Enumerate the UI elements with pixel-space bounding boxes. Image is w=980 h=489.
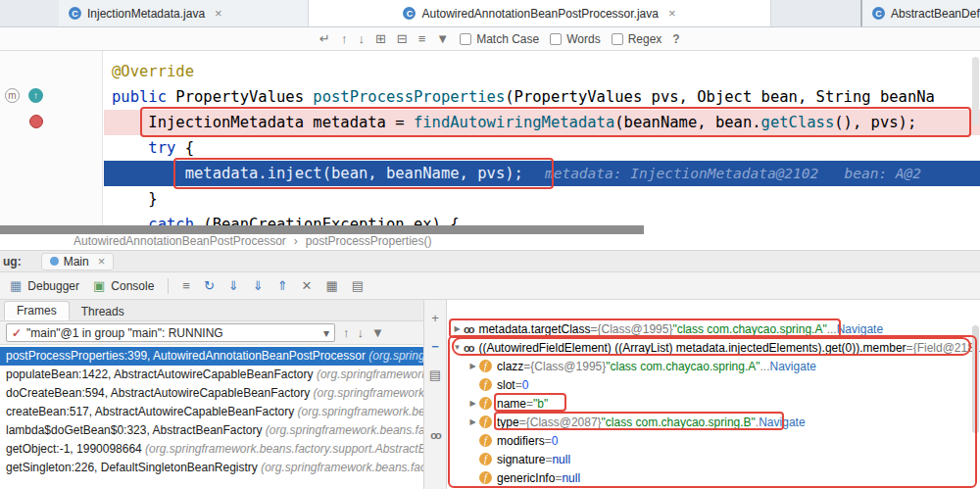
checkbox-box[interactable] [612, 33, 623, 45]
overridden-method-icon[interactable]: ↑ [28, 88, 43, 103]
class-file-icon: C [872, 7, 885, 20]
tab-threads[interactable]: Threads [70, 303, 136, 320]
prev-frame-icon[interactable]: ↑ [343, 326, 350, 339]
regex-checkbox[interactable]: Regex [612, 32, 662, 46]
exclude-icon[interactable]: ⊟ [397, 32, 408, 45]
help-icon[interactable]: ? [672, 32, 679, 46]
stack-frame[interactable]: lambda$doGetBean$0:323, AbstractBeanFact… [0, 421, 423, 440]
stack-frame[interactable]: createBean:517, AbstractAutowireCapableB… [0, 403, 423, 421]
breakpoint-icon[interactable] [29, 115, 43, 128]
next-occurrence-icon[interactable]: ↓ [358, 32, 365, 45]
checkbox-label: Words [566, 32, 600, 46]
force-step-into-icon[interactable]: ⇓ [253, 279, 264, 292]
field-icon: f [479, 397, 492, 410]
toolbar-separator [168, 278, 169, 294]
newline-icon[interactable]: ↵ [319, 32, 330, 45]
add-watch-icon[interactable]: + [431, 312, 439, 324]
checkbox-label: Regex [628, 32, 662, 46]
stop-icon[interactable]: ✕ [302, 279, 313, 292]
stack-frame[interactable]: postProcessProperties:399, AutowiredAnno… [0, 347, 423, 366]
code-area[interactable]: @Overridepublic PropertyValues postProce… [104, 51, 980, 231]
stack-frame[interactable]: getObject:-1, 1990098664 (org.springfram… [0, 440, 423, 459]
rerun-icon[interactable]: ↻ [204, 279, 215, 292]
breadcrumb-class[interactable]: AutowiredAnnotationBeanPostProcessor [74, 234, 286, 248]
remove-watch-icon[interactable]: − [431, 340, 439, 353]
inline-debugger-hint: metadata: InjectionMetadata@2102 bean: A… [545, 166, 921, 181]
expand-chevron-icon[interactable]: ▶ [466, 399, 479, 408]
tab-abstractbeandef[interactable]: C AbstractBeanDef [860, 0, 980, 26]
tab-frames[interactable]: Frames [4, 301, 70, 320]
code-line[interactable]: metadata.inject(bean, beanName, pvs);met… [104, 161, 980, 186]
expand-chevron-icon[interactable]: ▶ [451, 324, 464, 333]
thread-selector[interactable]: ✓ "main"@1 in group "main": RUNNING ▾ [6, 323, 335, 342]
variable-row[interactable]: ▶fclazz = {Class@1995} "class com.chayca… [447, 357, 980, 375]
next-frame-icon[interactable]: ↓ [358, 326, 365, 339]
navigate-link[interactable]: Navigate [770, 360, 816, 373]
console-icon: ▣ [93, 279, 105, 292]
view-breakpoints-icon[interactable]: ▦ [325, 279, 337, 292]
step-out-icon[interactable]: ⇑ [277, 279, 288, 292]
navigate-link[interactable]: Navigate [759, 416, 805, 429]
console-tab[interactable]: ▣ Console [93, 279, 154, 293]
frames-tab-row: Frames Threads [0, 300, 423, 321]
variable-row[interactable]: fsignature = null [447, 450, 980, 468]
code-line[interactable]: public PropertyValues postProcessPropert… [104, 84, 980, 110]
layout-settings-icon[interactable]: ≡ [182, 279, 190, 292]
stack-frame[interactable]: getSingleton:226, DefaultSingletonBeanRe… [0, 459, 423, 477]
words-checkbox[interactable]: Words [550, 32, 600, 46]
variable-row[interactable]: fmodifiers = 0 [447, 431, 980, 450]
variable-row[interactable]: ▼oo((AutowiredFieldElement) ((ArrayList)… [447, 338, 980, 357]
duplicate-watch-icon[interactable]: ▤ [429, 368, 441, 381]
debug-body: Frames Threads ✓ "main"@1 in group "main… [0, 300, 980, 489]
class-file-icon: C [403, 7, 416, 20]
filter-search-icon[interactable]: ≡ [418, 32, 426, 45]
field-icon: f [479, 471, 492, 484]
checkbox-box[interactable] [550, 33, 562, 45]
checkbox-box[interactable] [460, 33, 471, 45]
restore-layout-icon[interactable]: ▤ [352, 279, 364, 292]
variable-row[interactable]: fgenericInfo = null [447, 468, 980, 487]
navigate-link[interactable]: Navigate [837, 322, 883, 336]
prev-occurrence-icon[interactable]: ↑ [341, 32, 348, 45]
debugger-label: Debugger [27, 279, 79, 293]
variable-row[interactable]: ▶oometadata.targetClass = {Class@1995} "… [447, 319, 980, 338]
thread-label: "main"@1 in group "main": RUNNING [26, 326, 223, 340]
hide-frames-filter-icon[interactable]: ▼ [371, 326, 384, 339]
close-icon[interactable]: × [98, 255, 106, 268]
tab-autowiredannotationbeanpostprocessor[interactable]: C AutowiredAnnotationBeanPostProcessor.j… [309, 0, 771, 26]
ide-window: C InjectionMetadata.java × C AutowiredAn… [0, 0, 980, 489]
expand-chevron-icon[interactable]: ▶ [466, 362, 479, 370]
breadcrumb-method[interactable]: postProcessProperties() [306, 234, 432, 248]
code-line[interactable]: InjectionMetadata metadata = findAutowir… [104, 110, 980, 135]
expand-chevron-icon[interactable]: ▼ [451, 343, 464, 352]
code-editor[interactable]: m ↑ @Overridepublic PropertyValues postP… [0, 51, 980, 231]
debug-window-header: ug: Main × [0, 251, 980, 272]
stack-frame[interactable]: doCreateBean:594, AbstractAutowireCapabl… [0, 384, 423, 403]
stack-frame[interactable]: populateBean:1422, AbstractAutowireCapab… [0, 366, 423, 384]
filter-icon[interactable]: ▼ [436, 32, 449, 45]
variable-row[interactable]: fslot = 0 [447, 375, 980, 394]
thread-row: ✓ "main"@1 in group "main": RUNNING ▾ ↑ … [0, 321, 423, 345]
method-marker-icon[interactable]: m [5, 88, 20, 103]
scrollbar[interactable] [972, 57, 979, 125]
variable-row[interactable]: ▶ftype = {Class@2087} "class com.chaycao… [447, 413, 980, 431]
step-into-icon[interactable]: ⇓ [228, 279, 239, 292]
find-toolbar: ↵ ↑ ↓ ⊞ ⊟ ≡ ▼ Match Case Words Regex ? [0, 27, 980, 51]
close-icon[interactable]: × [215, 7, 222, 20]
tab-injectionmetadata[interactable]: C InjectionMetadata.java × [59, 0, 309, 26]
thread-status-icon: ✓ [12, 326, 22, 340]
expand-chevron-icon[interactable]: ▶ [466, 417, 479, 426]
code-line[interactable]: @Override [104, 59, 980, 84]
watch-icon: oo [464, 323, 472, 335]
debugger-tab[interactable]: ▦ Debugger [10, 279, 79, 293]
variable-row[interactable]: ▶fname = "b" [447, 394, 980, 413]
show-watches-icon[interactable]: oo [430, 430, 439, 441]
match-case-checkbox[interactable]: Match Case [460, 32, 539, 46]
code-line[interactable]: try { [104, 135, 980, 161]
debug-session-tab[interactable]: Main × [41, 253, 115, 270]
field-icon: f [479, 434, 492, 447]
scrollbar[interactable] [972, 325, 979, 433]
close-icon[interactable]: × [668, 7, 676, 20]
select-all-occurrences-icon[interactable]: ⊞ [375, 32, 386, 45]
code-line[interactable]: } [104, 186, 980, 212]
